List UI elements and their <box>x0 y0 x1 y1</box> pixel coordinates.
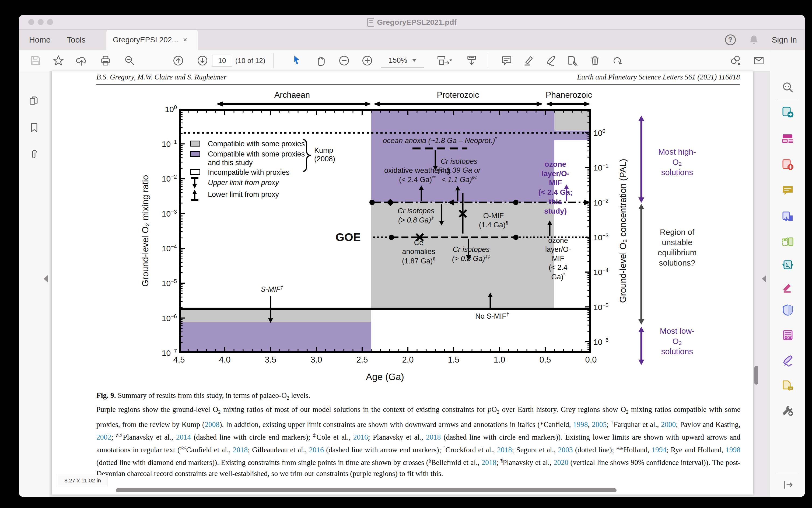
ylabel-right: Ground-level O₂ concentration (PAL) <box>618 136 628 325</box>
page-thumbnails-icon[interactable] <box>28 95 40 107</box>
ann-ocean-anoxia: ocean anoxia (~1.8 Ga – Neoprot.)* <box>383 136 497 145</box>
window-title: GregoryEPSL2021.pdf <box>377 18 457 27</box>
tab-bar: Home Tools GregoryEPSL202... × ? Sign In <box>19 30 805 50</box>
title-bar: GregoryEPSL2021.pdf <box>19 15 805 30</box>
fill-sign-icon[interactable] <box>781 354 794 367</box>
legend-label-purple: Compatible with some proxies and this st… <box>208 150 305 167</box>
plot-legend: Compatible with some proxies Compatible … <box>187 137 370 213</box>
create-pdf-icon[interactable] <box>781 158 794 171</box>
header-rule <box>96 84 740 85</box>
ann-ozone-this-study: ozone layer/O-MIF (< 2.4 Ga; this study) <box>538 160 573 216</box>
figure-9-plot: Compatible with some proxies Compatible … <box>179 109 591 353</box>
organize-pages-icon[interactable] <box>781 235 794 248</box>
collapse-left-panel-handle[interactable] <box>44 275 48 283</box>
protect-icon[interactable] <box>781 304 794 316</box>
redo-icon[interactable] <box>611 55 623 67</box>
share-link-icon[interactable] <box>730 55 741 67</box>
ann-ce-anomalies: Ce anomalies (1.87 Ga)§ <box>402 239 435 265</box>
compress-pdf-icon[interactable] <box>781 259 794 271</box>
hand-tool-icon[interactable] <box>314 55 326 67</box>
edit-pdf-icon[interactable] <box>781 132 794 145</box>
star-favorite-icon[interactable] <box>52 55 64 67</box>
close-tab-icon[interactable]: × <box>183 36 187 44</box>
select-tool-icon[interactable] <box>291 55 303 67</box>
tab-document[interactable]: GregoryEPSL202... × <box>106 30 198 50</box>
comment-panel-icon[interactable] <box>781 184 794 197</box>
ytick-left-0: 100 <box>149 104 177 114</box>
highlight-tool-icon[interactable] <box>523 55 535 67</box>
ann-goe: GOE <box>335 230 361 244</box>
legend-label-white: Incompatible with proxies <box>208 168 289 177</box>
legend-swatch-grey <box>190 140 200 146</box>
ann-no-smif: No S-MIF† <box>475 312 509 321</box>
email-icon[interactable] <box>753 55 765 67</box>
upper-limit-symbol <box>189 177 200 189</box>
save-icon[interactable] <box>30 55 41 67</box>
expand-right-panel-handle[interactable] <box>762 275 766 283</box>
trash-icon[interactable] <box>589 55 601 67</box>
pdf-page: B.S. Gregory, M.W. Claire and S. Rugheim… <box>52 71 753 495</box>
ann-cr-isotopes-gilleaudeau: Cr isotopes (> 0.8 Ga)‡‡ <box>452 245 490 263</box>
lower-limit-symbol <box>189 189 200 202</box>
combine-files-icon[interactable] <box>781 211 794 223</box>
notifications-bell-icon[interactable] <box>749 35 759 45</box>
help-icon[interactable]: ? <box>725 35 736 45</box>
vertical-scrollbar[interactable] <box>754 366 758 385</box>
legend-kump: Kump (2008) <box>314 146 335 164</box>
bookmarks-icon[interactable] <box>28 122 40 134</box>
pdf-file-icon <box>367 18 374 27</box>
ann-smif: S-MIF† <box>261 285 283 294</box>
search-document-icon[interactable] <box>781 82 794 94</box>
legend-label-lower: Lower limit from proxy <box>208 190 279 199</box>
collapse-panel-icon[interactable] <box>781 479 794 491</box>
tab-document-label: GregoryEPSL202... <box>113 36 178 44</box>
tab-tools[interactable]: Tools <box>59 30 93 50</box>
legend-swatch-white <box>190 169 200 175</box>
sign-tool-icon[interactable] <box>545 55 557 67</box>
page-number-input[interactable]: 10 <box>212 55 232 67</box>
journal-reference: Earth and Planetary Science Letters 561 … <box>577 73 740 81</box>
attachments-icon[interactable] <box>28 149 40 161</box>
eon-proterozoic: Proterozoic <box>437 90 479 100</box>
stamp-tool-icon[interactable] <box>567 55 579 67</box>
zoom-out-icon[interactable] <box>338 55 350 67</box>
pdf-standards-icon[interactable] <box>781 329 794 342</box>
cloud-upload-icon[interactable] <box>75 55 87 67</box>
export-pdf-icon[interactable] <box>781 106 794 118</box>
more-tools-icon[interactable] <box>781 404 794 417</box>
ann-ozone-crockford: ozone layer/O-MIF (< 2.4 Ga)″ <box>542 236 575 282</box>
fit-width-icon[interactable] <box>436 55 453 67</box>
xlabel: Age (Ga) <box>366 372 404 382</box>
legend-label-upper: Upper limit from proxy <box>208 178 279 187</box>
print-icon[interactable] <box>100 55 111 67</box>
search-icon[interactable] <box>124 55 136 67</box>
send-for-comments-icon[interactable] <box>781 380 794 392</box>
ytick-right-0: 100 <box>593 128 605 138</box>
screen: GregoryEPSL2021.pdf Home Tools GregoryEP… <box>0 0 812 508</box>
figure-caption: Fig. 9. Summary of results from this stu… <box>96 390 740 479</box>
document-area[interactable]: B.S. Gregory, M.W. Claire and S. Rugheim… <box>50 71 770 497</box>
sign-in-button[interactable]: Sign In <box>772 35 797 44</box>
eon-phanerozoic: Phanerozoic <box>546 90 592 100</box>
window-title-area: GregoryEPSL2021.pdf <box>19 15 805 30</box>
label-most-low-o2: Most low- O₂ solutions <box>643 326 711 356</box>
label-unstable-region: Region of unstable equilibrium solutions… <box>643 227 711 268</box>
caption-body: Purple regions show the ground-level O2 … <box>96 404 740 479</box>
legend-brace <box>300 139 312 172</box>
caption-title: Fig. 9. Summary of results from this stu… <box>96 390 740 404</box>
eon-arrows <box>179 92 591 108</box>
redact-icon[interactable] <box>781 281 794 294</box>
left-panel-strip <box>19 71 50 497</box>
zoom-in-icon[interactable] <box>361 55 373 67</box>
ann-omif: O-MIF (1.4 Ga)¶ <box>479 211 508 230</box>
tab-home[interactable]: Home <box>21 30 58 50</box>
eon-archaean: Archaean <box>274 90 310 100</box>
scrolling-mode-icon[interactable] <box>466 55 478 67</box>
previous-page-icon[interactable] <box>172 55 184 67</box>
ylabel-left: Ground-level O₂ mixing ratio <box>140 136 151 325</box>
paper-authors: B.S. Gregory, M.W. Claire and S. Rugheim… <box>96 73 226 81</box>
next-page-icon[interactable] <box>196 55 209 67</box>
zoom-level-select[interactable]: 150% <box>381 54 424 68</box>
comment-tool-icon[interactable] <box>501 55 512 67</box>
horizontal-scrollbar[interactable] <box>116 488 617 492</box>
